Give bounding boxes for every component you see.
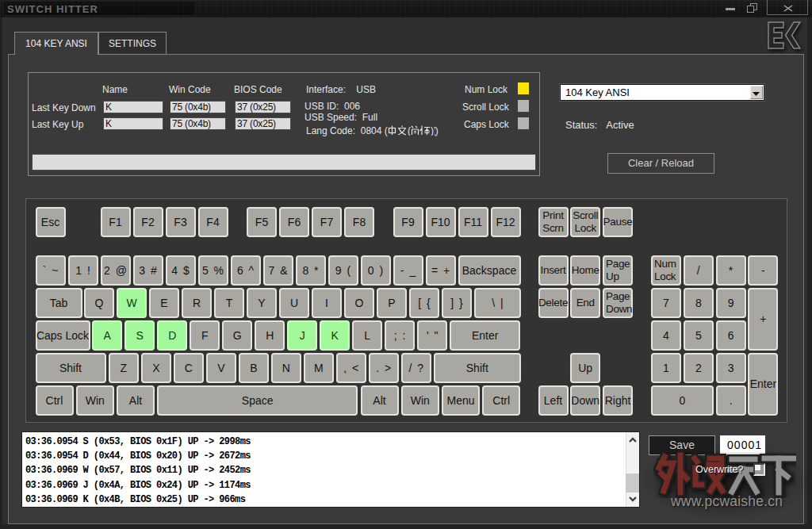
svg-text:)): )) bbox=[431, 125, 435, 136]
svg-text:(: ( bbox=[408, 125, 411, 136]
